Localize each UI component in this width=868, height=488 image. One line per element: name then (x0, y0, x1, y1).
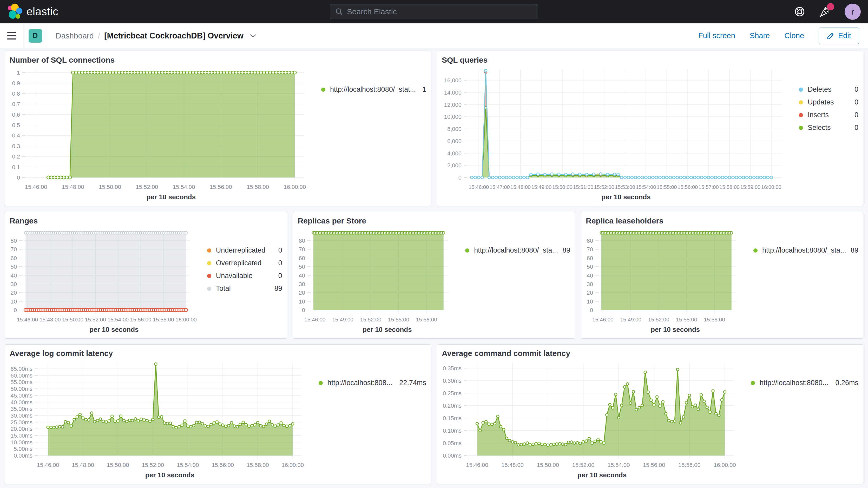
legend-item[interactable]: Updates0 (799, 98, 858, 106)
full-screen-button[interactable]: Full screen (698, 31, 735, 40)
svg-text:16,000: 16,000 (444, 77, 462, 84)
search-icon (335, 8, 343, 16)
svg-text:70: 70 (299, 246, 305, 252)
legend-item[interactable]: Overreplicated0 (207, 259, 282, 267)
svg-text:0.35ms: 0.35ms (443, 365, 462, 372)
svg-text:15:50:00: 15:50:00 (552, 184, 572, 190)
svg-text:80: 80 (11, 238, 17, 244)
panel-title: Average command commit latency (442, 348, 858, 359)
legend-item[interactable]: Unavailable0 (207, 272, 282, 280)
svg-text:10.00ms: 10.00ms (11, 439, 32, 446)
panel-title: Ranges (10, 216, 282, 226)
svg-text:0: 0 (458, 174, 462, 181)
sql-connections-chart[interactable]: 15:46:0015:48:0015:50:0015:52:0015:54:00… (10, 65, 314, 192)
help-button[interactable] (794, 6, 806, 18)
panel-replica-leaseholders: Replica leaseholders 15:46:0015:49:0015:… (581, 212, 863, 339)
clone-button[interactable]: Clone (784, 31, 804, 40)
svg-text:1: 1 (17, 69, 20, 76)
svg-text:4,000: 4,000 (447, 150, 462, 157)
user-avatar[interactable]: r (845, 4, 861, 20)
sql-queries-chart[interactable]: 15:46:0015:47:0015:48:0015:49:0015:50:00… (442, 65, 792, 192)
legend-label: Underreplicated (216, 246, 266, 254)
panel-title: Replica leaseholders (586, 216, 858, 226)
svg-text:15:55:00: 15:55:00 (657, 184, 677, 190)
svg-text:80: 80 (299, 238, 305, 244)
svg-text:10: 10 (299, 298, 305, 305)
share-button[interactable]: Share (750, 31, 770, 40)
xaxis-title: per 10 seconds (298, 325, 459, 336)
legend-item[interactable]: http://localhost:808...22.74ms (319, 379, 426, 387)
svg-text:15:46:00: 15:46:00 (17, 316, 38, 323)
breadcrumb-dashboard-link[interactable]: Dashboard (56, 31, 94, 40)
command-commit-latency-chart[interactable]: 15:46:0015:48:0015:50:0015:52:0015:54:00… (442, 359, 744, 470)
global-search[interactable] (330, 4, 538, 19)
hamburger-icon (7, 32, 16, 33)
legend-item[interactable]: Total89 (207, 284, 282, 293)
legend-item[interactable]: http://localhost:8080/_sta...89 (753, 246, 858, 254)
edit-button[interactable]: Edit (818, 28, 859, 44)
replica-leaseholders-chart[interactable]: 15:46:0015:49:0015:52:0015:55:0015:58:00… (586, 226, 747, 325)
legend-item[interactable]: Inserts0 (799, 111, 858, 119)
svg-text:15:51:00: 15:51:00 (573, 184, 593, 190)
svg-text:15:58:00: 15:58:00 (247, 184, 269, 190)
ranges-chart[interactable]: 15:46:0015:48:0015:50:0015:52:0015:54:00… (10, 226, 200, 325)
svg-text:70: 70 (587, 246, 593, 252)
svg-text:15:55:00: 15:55:00 (676, 316, 697, 323)
svg-text:6,000: 6,000 (447, 138, 462, 145)
elastic-brand[interactable]: elastic (7, 4, 59, 20)
svg-text:30: 30 (11, 281, 17, 287)
legend-label: http://localhost:808... (328, 379, 392, 387)
legend-label: Updates (808, 98, 834, 106)
svg-text:15:48:00: 15:48:00 (62, 184, 84, 190)
svg-text:40: 40 (11, 272, 17, 279)
menu-button[interactable] (0, 23, 23, 48)
legend-item[interactable]: http://localhost:8080...0.26ms (751, 379, 858, 387)
replicas-per-store-chart[interactable]: 15:46:0015:49:0015:52:0015:55:0015:58:00… (298, 226, 459, 325)
svg-text:15:58:00: 15:58:00 (247, 462, 269, 468)
chart-legend: http://localhost:8080/_stat...1 (314, 65, 426, 204)
svg-text:45.00ms: 45.00ms (11, 392, 32, 399)
chevron-down-icon[interactable] (249, 33, 257, 38)
dashboard-app-badge[interactable]: D (29, 29, 42, 42)
svg-text:60: 60 (11, 255, 17, 262)
panel-replicas-per-store: Replicas per Store 15:46:0015:49:0015:52… (293, 212, 576, 339)
svg-text:15:56:00: 15:56:00 (210, 184, 232, 190)
page-title: [Metricbeat CockroachDB] Overview (104, 31, 244, 40)
chart-legend: Deletes0Updates0Inserts0Selects0 (792, 65, 858, 204)
svg-text:60: 60 (299, 255, 305, 262)
legend-value: 0 (274, 272, 282, 280)
top-navigation-bar: elastic r (0, 0, 868, 23)
legend-item[interactable]: Deletes0 (799, 86, 858, 94)
svg-text:15:50:00: 15:50:00 (62, 316, 84, 323)
panel-title: Average log commit latency (10, 348, 426, 359)
legend-value: 22.74ms (395, 379, 426, 387)
legend-color-dot (751, 381, 755, 385)
svg-text:30.00ms: 30.00ms (11, 413, 32, 419)
log-commit-latency-chart[interactable]: 15:46:0015:48:0015:50:0015:52:0015:54:00… (10, 359, 312, 470)
legend-item[interactable]: http://localhost:8080/_stat...1 (321, 86, 426, 94)
svg-text:15:56:00: 15:56:00 (643, 462, 665, 468)
legend-color-dot (321, 88, 326, 92)
svg-text:15:46:00: 15:46:00 (469, 184, 489, 190)
legend-value: 0 (274, 246, 282, 254)
legend-item[interactable]: Selects0 (799, 124, 858, 132)
svg-text:15:48:00: 15:48:00 (39, 316, 61, 323)
legend-color-dot (799, 113, 803, 117)
svg-text:10: 10 (587, 298, 593, 305)
legend-label: http://localhost:8080... (760, 379, 828, 387)
legend-value: 89 (558, 246, 570, 254)
svg-text:20: 20 (11, 289, 17, 296)
svg-text:0.05ms: 0.05ms (443, 440, 462, 447)
whats-new-button[interactable] (819, 6, 831, 18)
svg-text:0.8: 0.8 (12, 90, 20, 97)
legend-label: http://localhost:8080/_stat... (330, 86, 416, 94)
legend-color-dot (207, 274, 211, 278)
legend-item[interactable]: Underreplicated0 (207, 246, 282, 254)
elastic-logo-icon (7, 4, 22, 20)
search-input[interactable] (330, 4, 538, 19)
svg-text:8,000: 8,000 (447, 126, 462, 132)
legend-item[interactable]: http://localhost:8080/_sta...89 (465, 246, 570, 254)
svg-text:15:46:00: 15:46:00 (304, 316, 326, 323)
legend-color-dot (799, 100, 803, 104)
svg-text:50: 50 (299, 264, 305, 270)
